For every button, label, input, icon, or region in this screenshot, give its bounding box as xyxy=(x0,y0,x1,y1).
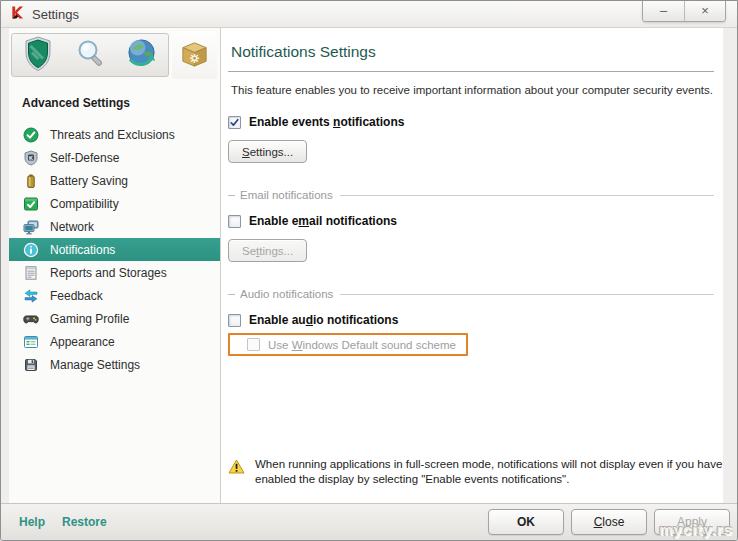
sidebar-item-feedback[interactable]: Feedback xyxy=(9,284,220,307)
sidebar-item-gaming-profile[interactable]: Gaming Profile xyxy=(9,307,220,330)
enable-audio-label[interactable]: Enable audio notifications xyxy=(249,313,398,327)
sidebar-item-label: Network xyxy=(50,220,94,234)
page-title: Notifications Settings xyxy=(231,43,715,61)
sidebar-item-label: Manage Settings xyxy=(50,358,140,372)
tab-update[interactable] xyxy=(116,34,168,76)
window-icon xyxy=(23,334,39,350)
sidebar-item-manage-settings[interactable]: Manage Settings xyxy=(9,353,220,376)
sidebar-item-label: Threats and Exclusions xyxy=(50,128,175,142)
enable-events-row: Enable events notifications xyxy=(228,115,715,129)
fullscreen-warning: When running applications in full-screen… xyxy=(228,457,729,487)
enable-email-label[interactable]: Enable email notifications xyxy=(249,214,397,228)
audio-section-header: Audio notifications xyxy=(228,288,714,300)
apply-button: Apply xyxy=(654,509,730,535)
shield-icon xyxy=(23,36,53,75)
sidebar-item-label: Reports and Storages xyxy=(50,266,167,280)
page-description: This feature enables you to receive impo… xyxy=(231,84,715,96)
settings-box-icon xyxy=(178,38,211,72)
audio-section-title: Audio notifications xyxy=(240,288,333,300)
check-square-icon xyxy=(23,196,39,212)
footer: Help Restore OK Close Apply mycity.rs xyxy=(1,503,737,540)
check-circle-icon xyxy=(23,127,39,143)
window-controls: – × xyxy=(642,1,726,22)
enable-events-checkbox[interactable] xyxy=(228,116,241,129)
sidebar-item-label: Battery Saving xyxy=(50,174,128,188)
close-button[interactable]: Close xyxy=(571,509,647,535)
sidebar-item-network[interactable]: Network xyxy=(9,215,220,238)
floppy-icon xyxy=(23,357,39,373)
email-settings-button: Settings... xyxy=(228,239,307,262)
monitors-icon xyxy=(23,219,39,235)
close-window-button[interactable]: × xyxy=(684,1,725,21)
sidebar-item-compatibility[interactable]: Compatibility xyxy=(9,192,220,215)
sidebar-item-appearance[interactable]: Appearance xyxy=(9,330,220,353)
settings-window: Settings – × xyxy=(0,0,738,541)
restore-link[interactable]: Restore xyxy=(62,515,107,529)
window-title: Settings xyxy=(32,7,79,22)
sidebar-item-label: Gaming Profile xyxy=(50,312,129,326)
sidebar-item-label: Notifications xyxy=(50,243,115,257)
sidebar-heading: Advanced Settings xyxy=(22,96,220,110)
titlebar: Settings – × xyxy=(1,1,737,28)
minimize-button[interactable]: – xyxy=(643,1,684,21)
kaspersky-logo-icon xyxy=(10,5,25,23)
ok-button[interactable]: OK xyxy=(488,509,564,535)
globe-icon xyxy=(126,37,159,73)
events-settings-button[interactable]: Settings... xyxy=(228,140,307,163)
sidebar-item-reports-and-storages[interactable]: Reports and Storages xyxy=(9,261,220,284)
email-section-title: Email notifications xyxy=(240,189,333,201)
arrows-swap-icon xyxy=(23,288,39,304)
battery-icon xyxy=(23,173,39,189)
window-body: Advanced Settings Threats and Exclusions… xyxy=(1,28,737,503)
footer-buttons: OK Close Apply xyxy=(488,509,730,535)
tab-group xyxy=(11,33,169,77)
windows-sound-highlight-box: Use Windows Default sound scheme xyxy=(228,333,468,356)
section-rule xyxy=(340,195,714,196)
gamepad-icon xyxy=(23,311,39,327)
info-circle-icon xyxy=(23,242,39,258)
magnifier-icon xyxy=(75,38,105,73)
section-dash xyxy=(228,294,235,295)
windows-sound-checkbox xyxy=(247,338,260,351)
sidebar-item-self-defense[interactable]: K Self-Defense xyxy=(9,146,220,169)
section-dash xyxy=(228,195,235,196)
main-panel: Notifications Settings This feature enab… xyxy=(221,28,723,503)
tab-scan[interactable] xyxy=(64,34,116,76)
windows-sound-label: Use Windows Default sound scheme xyxy=(268,339,456,351)
sidebar-item-label: Compatibility xyxy=(50,197,119,211)
email-section-header: Email notifications xyxy=(228,189,714,201)
sidebar-list: Threats and Exclusions K Self-Defense Ba… xyxy=(9,123,220,376)
svg-text:K: K xyxy=(29,154,33,160)
category-tab-strip xyxy=(9,28,220,81)
sidebar-item-threats-and-exclusions[interactable]: Threats and Exclusions xyxy=(9,123,220,146)
enable-audio-row: Enable audio notifications xyxy=(228,313,715,327)
help-link[interactable]: Help xyxy=(19,515,45,529)
sidebar-item-notifications[interactable]: Notifications xyxy=(9,238,220,261)
enable-events-label[interactable]: Enable events notifications xyxy=(249,115,404,129)
enable-email-row: Enable email notifications xyxy=(228,214,715,228)
sidebar-item-label: Self-Defense xyxy=(50,151,119,165)
enable-audio-checkbox[interactable] xyxy=(228,314,241,327)
enable-email-checkbox[interactable] xyxy=(228,215,241,228)
sidebar-item-label: Feedback xyxy=(50,289,103,303)
sidebar-item-label: Appearance xyxy=(50,335,115,349)
warning-icon xyxy=(228,459,245,477)
shield-k-icon: K xyxy=(23,150,39,166)
sidebar: Advanced Settings Threats and Exclusions… xyxy=(9,28,221,503)
sidebar-item-battery-saving[interactable]: Battery Saving xyxy=(9,169,220,192)
section-rule xyxy=(340,294,714,295)
title-divider xyxy=(228,71,714,72)
warning-text: When running applications in full-screen… xyxy=(255,457,729,487)
report-icon xyxy=(23,265,39,281)
tab-protection[interactable] xyxy=(12,34,64,76)
tab-settings[interactable] xyxy=(172,31,217,79)
